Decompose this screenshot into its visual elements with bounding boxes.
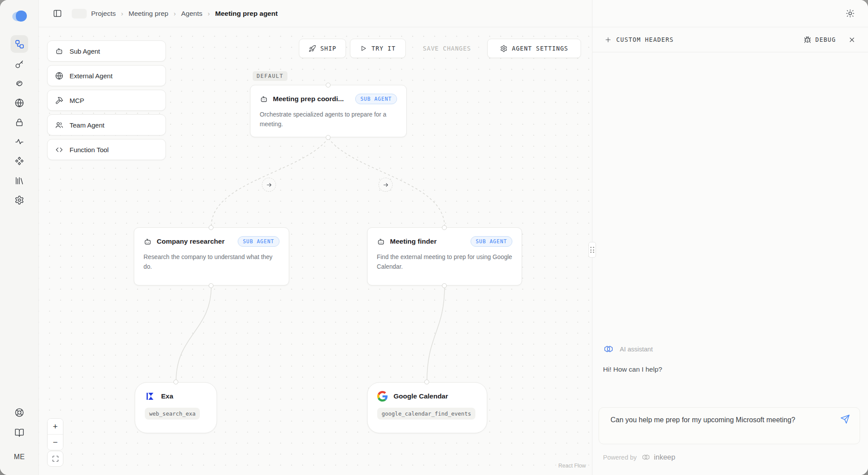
chat-input-text[interactable]: Can you help me prep for my upcoming Mic…: [611, 414, 831, 426]
fit-view-button[interactable]: [47, 451, 63, 467]
close-icon[interactable]: [848, 36, 856, 44]
sub-agent-badge: SUB AGENT: [238, 236, 280, 247]
breadcrumb-current-page: Meeting prep agent: [215, 10, 278, 18]
bot-icon: [55, 47, 63, 55]
panel-header-row: CUSTOM HEADERS DEBUG: [592, 27, 868, 52]
rail-item-credentials[interactable]: [11, 75, 28, 92]
chat-input[interactable]: Can you help me prep for my upcoming Mic…: [599, 407, 860, 444]
agent-settings-button[interactable]: AGENT SETTINGS: [487, 39, 581, 58]
tool-title: Google Calendar: [394, 392, 448, 400]
try-it-label: TRY IT: [371, 45, 396, 52]
breadcrumb-separator: ›: [121, 10, 123, 17]
app-window: ME Projects › Meeting prep › Agents › Me…: [0, 0, 868, 475]
node-meeting-finder[interactable]: Meeting finder SUB AGENT Find the extern…: [367, 227, 522, 285]
palette-item-label: Team Agent: [70, 121, 104, 129]
handle-coordinator-top[interactable]: [326, 83, 331, 88]
zoom-out-button[interactable]: −: [48, 435, 63, 450]
save-changes-button[interactable]: SAVE CHANGES: [412, 39, 482, 58]
play-icon: [360, 45, 367, 52]
powered-by-row[interactable]: Powered by inkeep: [603, 453, 675, 462]
powered-by-label: Powered by: [603, 454, 637, 461]
rocket-icon: [309, 45, 316, 52]
breadcrumb-meeting-prep[interactable]: Meeting prep: [129, 10, 168, 18]
try-it-button[interactable]: TRY IT: [350, 39, 406, 58]
debug-button[interactable]: DEBUG: [804, 36, 836, 44]
breadcrumb-separator: ›: [173, 10, 176, 17]
scribble-icon: [15, 79, 24, 88]
breadcrumb-projects[interactable]: Projects: [91, 10, 116, 18]
globe-icon: [55, 72, 63, 80]
palette-item-team-agent[interactable]: Team Agent: [47, 114, 166, 135]
gear-icon: [500, 45, 508, 52]
assistant-greeting: Hi! How can I help?: [603, 365, 662, 373]
node-meeting-prep-coordinator[interactable]: Meeting prep coordi... SUB AGENT Orchest…: [250, 85, 407, 137]
palette-item-mcp[interactable]: MCP: [47, 90, 166, 111]
brand-label: inkeep: [654, 453, 676, 461]
node-exa-tool[interactable]: Exa web_search_exa: [135, 382, 217, 433]
react-flow-attribution[interactable]: React Flow: [558, 463, 586, 469]
palette-item-external-agent[interactable]: External Agent: [47, 65, 166, 86]
fit-view-icon: [52, 455, 59, 462]
tool-id-pill: google_calendar_find_events: [377, 408, 475, 420]
rail-item-library[interactable]: [11, 172, 28, 190]
agent-settings-label: AGENT SETTINGS: [512, 45, 568, 52]
handle-company-top[interactable]: [209, 225, 213, 230]
node-google-calendar-tool[interactable]: Google Calendar google_calendar_find_eve…: [367, 382, 487, 433]
panel-top-bar: [592, 0, 868, 27]
rail-item-components[interactable]: [11, 152, 28, 170]
node-company-researcher[interactable]: Company researcher SUB AGENT Research th…: [134, 227, 289, 285]
breadcrumb: Projects › Meeting prep › Agents › Meeti…: [91, 10, 278, 18]
rail-item-activity[interactable]: [11, 133, 28, 150]
ship-button[interactable]: SHIP: [299, 39, 346, 58]
app-logo-icon[interactable]: [12, 11, 27, 23]
save-changes-label: SAVE CHANGES: [423, 45, 471, 52]
zoom-in-button[interactable]: +: [48, 419, 63, 434]
rail-item-lock[interactable]: [11, 113, 28, 131]
library-icon: [15, 176, 24, 186]
book-open-icon: [15, 428, 24, 438]
ship-label: SHIP: [320, 45, 337, 52]
panel-resizer-handle[interactable]: [588, 242, 596, 258]
node-title: Meeting finder: [390, 238, 437, 245]
rail-item-settings[interactable]: [11, 191, 28, 209]
assistant-name: AI assistant: [620, 346, 653, 353]
palette-item-sub-agent[interactable]: Sub Agent: [47, 40, 166, 62]
rail-item-help[interactable]: [11, 404, 28, 421]
rail-item-keys[interactable]: [11, 55, 28, 73]
sun-icon[interactable]: [846, 9, 855, 18]
palette-item-label: External Agent: [70, 72, 113, 80]
node-title: Company researcher: [157, 238, 224, 245]
icon-rail: ME: [0, 0, 39, 475]
avatar[interactable]: ME: [0, 453, 39, 461]
rail-item-globe[interactable]: [11, 94, 28, 112]
edge-arrow-right: [379, 178, 393, 192]
life-buoy-icon: [15, 408, 24, 417]
handle-finder-top[interactable]: [442, 225, 447, 230]
plus-icon: [605, 37, 611, 43]
send-button[interactable]: [840, 414, 850, 424]
handle-finder-bottom[interactable]: [442, 283, 447, 288]
key-icon: [15, 59, 24, 69]
palette-item-function-tool[interactable]: Function Tool: [47, 139, 166, 160]
handle-calendar-top[interactable]: [424, 380, 429, 384]
default-agent-tag: DEFAULT: [253, 71, 287, 81]
workflow-icon: [15, 39, 25, 49]
rail-item-graph[interactable]: [11, 35, 28, 53]
handle-exa-top[interactable]: [173, 380, 178, 384]
breadcrumb-agents[interactable]: Agents: [181, 10, 202, 18]
code-icon: [55, 146, 63, 154]
zoom-controls: + −: [47, 418, 63, 450]
node-title: Meeting prep coordi...: [273, 95, 344, 103]
rail-item-docs[interactable]: [11, 424, 28, 442]
send-icon: [840, 414, 850, 424]
handle-company-bottom[interactable]: [209, 283, 213, 288]
sidebar-toggle-icon[interactable]: [53, 9, 62, 18]
tool-id-pill: web_search_exa: [145, 408, 200, 420]
add-custom-headers-button[interactable]: CUSTOM HEADERS: [605, 36, 674, 43]
debug-panel: CUSTOM HEADERS DEBUG AI assistant Hi! Ho…: [592, 0, 868, 475]
bot-icon: [260, 95, 268, 103]
exa-logo-icon: [145, 391, 155, 402]
flow-canvas[interactable]: Sub Agent External Agent MCP Team Agent …: [39, 27, 592, 475]
handle-coordinator-bottom[interactable]: [326, 135, 331, 140]
palette-item-label: MCP: [70, 97, 84, 104]
